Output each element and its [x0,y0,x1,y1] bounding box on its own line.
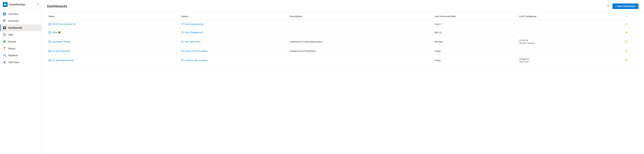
summary-icon [3,19,6,23]
sidebar: AzureDevOps + Overview [0,0,42,154]
star-toggle-button[interactable]: ★ [625,59,628,62]
svg-rect-42 [49,41,50,41]
pipelines-icon [3,54,6,57]
svg-rect-45 [50,42,51,43]
table-row: Automated Testing Test Xplat Teamdashboa… [47,37,638,47]
svg-rect-8 [3,26,4,27]
cell-description [288,28,433,37]
cell-last-accessed: Today [433,55,518,66]
dashboard-name-link[interactable]: @Me 😎 [48,31,178,34]
svg-line-50 [520,40,521,41]
sidebar-item-label: Overview [8,13,18,15]
svg-point-23 [5,54,6,55]
configured-date-row: Jul 18 [519,39,613,42]
sidebar-nav: Overview Summary [0,9,42,154]
cell-name: Automated Testing [47,37,180,47]
svg-rect-39 [50,33,51,33]
configured-date-row: Sep 21 [519,58,613,60]
svg-rect-53 [49,51,50,52]
svg-point-46 [182,41,182,41]
svg-rect-43 [50,41,51,41]
svg-point-55 [182,50,182,51]
sidebar-item-dashboards[interactable]: Dashboards [0,24,42,31]
configured-user: Ramesh Sunkari [519,42,613,44]
owner-name-link[interactable]: Keros Engineering [185,23,203,25]
star-toggle-button[interactable]: ★ [625,40,628,43]
test-plans-icon [3,61,6,64]
sidebar-item-overview[interactable]: Overview [0,10,42,17]
sidebar-item-label: Test Plans [8,61,20,64]
star-toggle-button[interactable]: ★ [625,22,628,26]
col-header-owner: Owner [180,13,288,20]
star-toggle-button[interactable]: ★ [625,31,628,34]
col-header-star: ☆ [614,13,638,20]
owner-cell-content: User Engagement [181,31,287,34]
sidebar-item-wiki[interactable]: Wiki [0,31,42,38]
svg-rect-7 [3,22,5,22]
col-header-description: Description [288,13,433,20]
sidebar-item-boards[interactable]: Boards [0,38,42,45]
dashboard-name-link[interactable]: AX and Reporting-Nw [48,59,178,62]
cell-star: ★ [614,55,638,66]
dashboard-name-link[interactable]: Automated Testing [48,40,178,43]
cell-star: ★ [614,28,638,37]
cell-last-accessed: Monday [433,37,518,47]
owner-cell-content: Test Xplat Team [181,40,287,43]
owner-name-link[interactable]: AzDev.in Test Analytics [185,50,208,52]
owner-team-icon [181,31,184,34]
table-row: @Me 😎 User EngagementMar 14★ [47,28,638,37]
sidebar-item-pipelines[interactable]: Pipelines [0,52,42,59]
svg-point-56 [183,50,184,51]
owner-cell-content: Keros Engineering [181,23,287,25]
svg-rect-51 [49,50,50,51]
cell-owner: Keros Engineering [180,20,288,28]
clock-icon [519,39,521,41]
dashboard-name-link[interactable]: AX and Reporting [48,50,178,52]
cell-star: ★ [614,37,638,47]
sidebar-item-label: Boards [8,40,16,43]
col-header-name: Name [47,13,180,20]
sidebar-header: AzureDevOps + [0,0,42,9]
filter-button[interactable] [606,4,610,8]
sidebar-item-repos[interactable]: Repos [0,45,42,52]
cell-last-configured: Sep 21Jihye Eom [518,55,614,66]
sidebar-item-summary[interactable]: Summary [0,17,42,24]
cell-owner: Test Xplat Team [180,37,288,47]
page-header: Dashboards + New Dashboard [42,0,644,12]
svg-point-61 [182,59,182,60]
owner-name-link[interactable]: User Engagement [185,31,203,34]
dashboards-table: Name Owner Description Last Accessed Dat… [47,13,638,66]
svg-rect-5 [3,20,5,20]
owner-name-link[interactable]: AzDev.in Test Analytics [185,59,208,62]
cell-last-accessed: Mar 14 [433,28,518,37]
cell-description [288,20,433,28]
svg-rect-32 [49,24,50,25]
add-project-button[interactable]: + [37,3,38,6]
cell-name: AX and Reporting-Nw [47,55,180,66]
new-dashboard-button[interactable]: + New Dashboard [612,3,638,9]
owner-cell-content: AzDev.in Test Analytics [181,59,287,62]
owner-cell-content: AzDev.in Test Analytics [181,50,287,52]
sidebar-item-test-plans[interactable]: Test Plans [0,59,42,66]
sidebar-item-label: Summary [8,19,19,22]
cell-owner: AzDev.in Test Analytics [180,47,288,55]
cell-last-accessed: Aug 17 [433,20,518,28]
svg-rect-9 [5,26,6,27]
svg-rect-10 [3,28,4,29]
star-filled-icon: ★ [625,31,628,34]
svg-point-62 [183,60,184,60]
svg-rect-18 [4,41,5,42]
star-filled-icon: ★ [625,59,628,62]
page-title: Dashboards [47,4,67,8]
header-actions: + New Dashboard [606,3,638,9]
overview-icon [3,12,6,16]
svg-rect-58 [50,59,51,60]
star-toggle-button[interactable]: ★ [625,49,628,53]
dashboard-grid-icon [48,50,51,52]
dashboard-name-link[interactable]: [TEST] Keros Power BI [48,23,178,25]
svg-rect-52 [50,50,51,51]
svg-rect-31 [50,23,51,24]
filter-icon [606,5,610,8]
owner-name-link[interactable]: Test Xplat Team [185,40,201,43]
clock-icon [519,58,521,60]
